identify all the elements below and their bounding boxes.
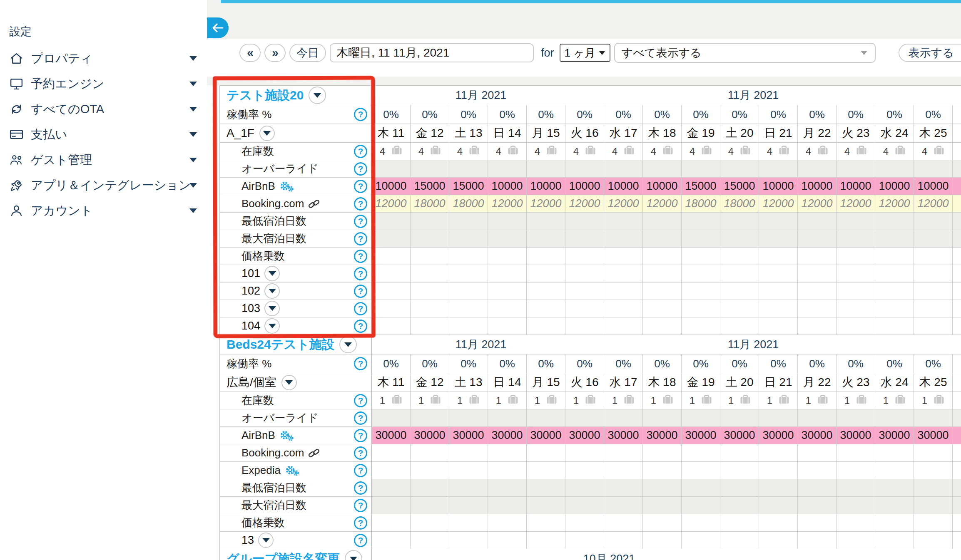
value-cell[interactable] (798, 265, 837, 282)
rate-cell[interactable]: 12000 (798, 195, 837, 213)
rate-cell[interactable]: 12000 (527, 195, 565, 213)
inventory-cell[interactable]: 4 (527, 143, 565, 160)
value-cell[interactable] (372, 409, 411, 427)
rate-cell[interactable]: 30000 (875, 427, 914, 444)
value-cell[interactable] (875, 282, 914, 300)
rate-cell[interactable]: 18000 (720, 195, 759, 213)
value-cell[interactable] (488, 532, 527, 549)
collapse-sidebar-button[interactable] (207, 17, 229, 38)
inventory-cell[interactable]: 4 (449, 143, 488, 160)
value-cell[interactable] (837, 282, 875, 300)
value-cell[interactable] (875, 497, 914, 514)
value-cell[interactable] (875, 160, 914, 178)
value-cell[interactable] (914, 409, 953, 427)
value-cell[interactable] (914, 317, 953, 335)
rate-cell[interactable]: 30000 (914, 427, 953, 444)
value-cell[interactable] (643, 282, 682, 300)
value-cell[interactable] (488, 462, 527, 479)
value-cell[interactable] (565, 532, 604, 549)
rate-cell[interactable]: 10000 (643, 178, 682, 195)
value-cell[interactable] (914, 265, 953, 282)
rate-cell[interactable]: 12000 (604, 195, 643, 213)
value-cell[interactable] (798, 462, 837, 479)
value-cell[interactable] (798, 300, 837, 317)
value-cell[interactable] (565, 409, 604, 427)
value-cell[interactable] (837, 230, 875, 248)
help-icon[interactable]: ? (354, 320, 367, 333)
value-cell[interactable] (604, 479, 643, 497)
section-name[interactable]: Beds24テスト施設 (227, 336, 334, 353)
value-cell[interactable] (604, 409, 643, 427)
value-cell[interactable] (798, 317, 837, 335)
value-cell[interactable] (372, 497, 411, 514)
value-cell[interactable] (914, 230, 953, 248)
value-cell[interactable] (875, 444, 914, 462)
expand-caret-button[interactable] (281, 375, 297, 390)
inventory-cell[interactable]: 1 (449, 392, 488, 409)
value-cell[interactable] (488, 160, 527, 178)
expand-caret-button[interactable] (264, 266, 280, 281)
value-cell[interactable] (527, 282, 565, 300)
value-cell[interactable] (798, 514, 837, 532)
value-cell[interactable] (682, 230, 720, 248)
value-cell[interactable] (604, 160, 643, 178)
inventory-cell[interactable]: 1 (682, 392, 720, 409)
value-cell[interactable] (604, 265, 643, 282)
value-cell[interactable] (837, 248, 875, 265)
value-cell[interactable] (759, 265, 798, 282)
inventory-cell[interactable]: 4 (411, 143, 449, 160)
rate-cell[interactable]: 30000 (720, 427, 759, 444)
rate-cell[interactable]: 10000 (565, 178, 604, 195)
value-cell[interactable] (643, 265, 682, 282)
value-cell[interactable] (875, 479, 914, 497)
property-filter-combobox[interactable]: すべて表示する (614, 43, 876, 63)
unit-name[interactable]: 広島/個室 (227, 374, 276, 390)
value-cell[interactable] (527, 444, 565, 462)
value-cell[interactable] (914, 213, 953, 230)
value-cell[interactable] (527, 230, 565, 248)
value-cell[interactable] (565, 514, 604, 532)
expand-caret-button[interactable] (264, 301, 280, 316)
value-cell[interactable] (565, 300, 604, 317)
link-icon[interactable] (308, 448, 320, 458)
inventory-cell[interactable]: 1 (527, 392, 565, 409)
rate-cell[interactable]: 30000 (411, 427, 449, 444)
date-input[interactable]: 木曜日, 11 11月, 2021 (330, 43, 534, 62)
rate-cell[interactable]: 30000 (488, 427, 527, 444)
value-cell[interactable] (875, 213, 914, 230)
value-cell[interactable] (682, 265, 720, 282)
value-cell[interactable] (720, 444, 759, 462)
value-cell[interactable] (720, 160, 759, 178)
value-cell[interactable] (372, 514, 411, 532)
value-cell[interactable] (720, 300, 759, 317)
value-cell[interactable] (875, 409, 914, 427)
value-cell[interactable] (372, 230, 411, 248)
value-cell[interactable] (449, 300, 488, 317)
value-cell[interactable] (643, 444, 682, 462)
value-cell[interactable] (682, 160, 720, 178)
help-icon[interactable]: ? (354, 429, 367, 442)
value-cell[interactable] (682, 213, 720, 230)
value-cell[interactable] (604, 532, 643, 549)
rate-cell[interactable]: 30000 (759, 427, 798, 444)
value-cell[interactable] (449, 282, 488, 300)
value-cell[interactable] (914, 462, 953, 479)
sidebar-item[interactable]: プロパティ (0, 46, 207, 71)
value-cell[interactable] (798, 444, 837, 462)
value-cell[interactable] (837, 265, 875, 282)
value-cell[interactable] (720, 230, 759, 248)
value-cell[interactable] (372, 213, 411, 230)
inventory-cell[interactable]: 1 (720, 392, 759, 409)
value-cell[interactable] (643, 213, 682, 230)
help-icon[interactable]: ? (354, 481, 367, 495)
value-cell[interactable] (682, 248, 720, 265)
rate-cell[interactable]: 10000 (372, 178, 411, 195)
inventory-cell[interactable]: 1 (875, 392, 914, 409)
inventory-cell[interactable]: 4 (875, 143, 914, 160)
value-cell[interactable] (643, 248, 682, 265)
rate-cell[interactable]: 12000 (488, 195, 527, 213)
value-cell[interactable] (798, 230, 837, 248)
sidebar-item[interactable]: ゲスト管理 (0, 147, 207, 173)
value-cell[interactable] (682, 532, 720, 549)
rate-cell[interactable]: 30000 (372, 427, 411, 444)
